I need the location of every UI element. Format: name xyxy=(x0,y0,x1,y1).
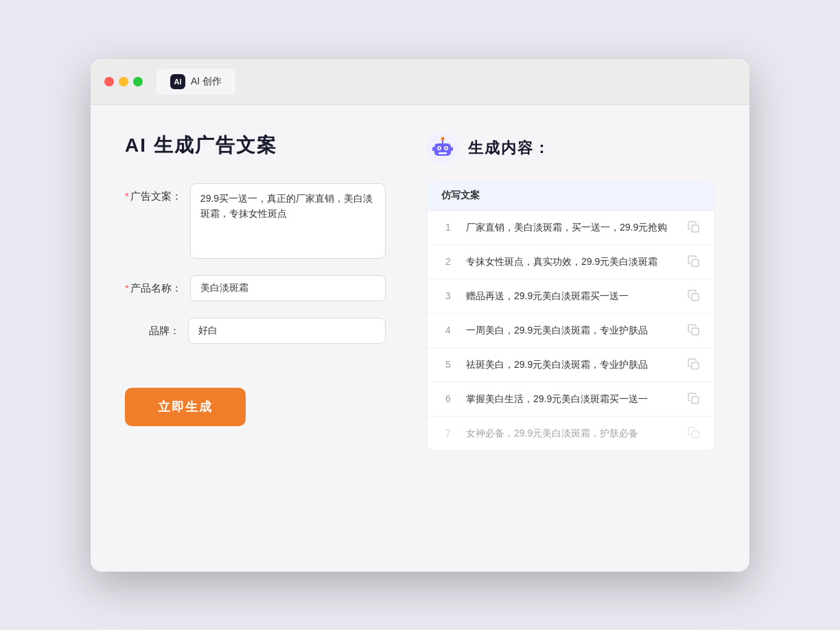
brand-label: 品牌： xyxy=(125,318,180,338)
svg-point-4 xyxy=(439,147,441,149)
required-star-ad: * xyxy=(125,190,129,202)
product-name-label: *产品名称： xyxy=(125,275,182,295)
row-text-1: 厂家直销，美白淡斑霜，买一送一，29.9元抢购 xyxy=(466,220,676,235)
row-text-5: 祛斑美白，29.9元美白淡斑霜，专业护肤品 xyxy=(466,358,676,372)
brand-input[interactable]: 好白 xyxy=(188,318,386,344)
ad-copy-label: *广告文案： xyxy=(125,183,182,203)
traffic-lights xyxy=(104,77,143,86)
page-title: AI 生成广告文案 xyxy=(125,132,386,159)
result-row-4: 4 一周美白，29.9元美白淡斑霜，专业护肤品 xyxy=(428,314,714,348)
left-panel: AI 生成广告文案 *广告文案： 29.9买一送一，真正的厂家直销，美白淡斑霜，… xyxy=(125,132,386,544)
copy-icon-4[interactable] xyxy=(687,323,701,337)
row-number-3: 3 xyxy=(441,290,455,301)
svg-rect-10 xyxy=(451,147,453,151)
traffic-light-red[interactable] xyxy=(104,77,114,86)
row-text-3: 赠品再送，29.9元美白淡斑霜买一送一 xyxy=(466,289,676,303)
robot-icon xyxy=(427,132,458,164)
svg-rect-12 xyxy=(692,259,699,266)
svg-rect-14 xyxy=(692,328,699,335)
svg-rect-16 xyxy=(692,397,699,404)
result-row-2: 2 专抹女性斑点，真实功效，29.9元美白淡斑霜 xyxy=(428,245,714,279)
row-number-2: 2 xyxy=(441,256,455,267)
svg-rect-13 xyxy=(692,294,699,301)
required-star-product: * xyxy=(125,282,129,294)
copy-icon-3[interactable] xyxy=(687,289,701,303)
product-name-input[interactable]: 美白淡斑霜 xyxy=(190,275,386,301)
svg-point-5 xyxy=(445,147,447,149)
ad-copy-input[interactable]: 29.9买一送一，真正的厂家直销，美白淡斑霜，专抹女性斑点 xyxy=(190,183,386,259)
ad-copy-field-group: *广告文案： 29.9买一送一，真正的厂家直销，美白淡斑霜，专抹女性斑点 xyxy=(125,183,386,259)
ai-tab-icon: AI xyxy=(170,74,185,89)
tab-label: AI 创作 xyxy=(191,75,222,88)
traffic-light-yellow[interactable] xyxy=(119,77,128,86)
result-row-3: 3 赠品再送，29.9元美白淡斑霜买一送一 xyxy=(428,279,714,314)
result-row-7: 7 女神必备，29.9元美白淡斑霜，护肤必备 xyxy=(428,417,714,450)
copy-icon-6[interactable] xyxy=(687,392,701,406)
svg-rect-17 xyxy=(692,431,699,438)
results-table: 仿写文案 1 厂家直销，美白淡斑霜，买一送一，29.9元抢购 2 专抹女性斑点，… xyxy=(427,180,715,451)
svg-rect-8 xyxy=(439,152,447,154)
copy-icon-2[interactable] xyxy=(687,255,701,268)
svg-rect-15 xyxy=(692,362,699,369)
svg-rect-9 xyxy=(432,147,434,151)
copy-icon-1[interactable] xyxy=(687,220,701,234)
row-number-6: 6 xyxy=(441,393,455,404)
result-row-5: 5 祛斑美白，29.9元美白淡斑霜，专业护肤品 xyxy=(428,348,714,382)
copy-icon-7[interactable] xyxy=(687,426,701,440)
row-text-6: 掌握美白生活，29.9元美白淡斑霜买一送一 xyxy=(466,392,676,406)
row-number-7: 7 xyxy=(441,428,455,439)
result-row-6: 6 掌握美白生活，29.9元美白淡斑霜买一送一 xyxy=(428,382,714,417)
svg-point-7 xyxy=(441,137,445,140)
row-number-5: 5 xyxy=(441,359,455,370)
right-panel-title: 生成内容： xyxy=(468,138,550,159)
result-row-1: 1 厂家直销，美白淡斑霜，买一送一，29.9元抢购 xyxy=(428,211,714,245)
browser-titlebar: AI AI 创作 xyxy=(91,59,749,105)
right-panel: 生成内容： 仿写文案 1 厂家直销，美白淡斑霜，买一送一，29.9元抢购 2 专… xyxy=(427,132,715,544)
svg-rect-11 xyxy=(692,225,699,232)
table-header: 仿写文案 xyxy=(428,181,714,211)
brand-field-group: 品牌： 好白 xyxy=(125,318,386,344)
traffic-light-green[interactable] xyxy=(133,77,143,86)
product-name-field-group: *产品名称： 美白淡斑霜 xyxy=(125,275,386,301)
browser-content: AI 生成广告文案 *广告文案： 29.9买一送一，真正的厂家直销，美白淡斑霜，… xyxy=(91,105,749,572)
copy-icon-5[interactable] xyxy=(687,358,701,371)
browser-tab[interactable]: AI AI 创作 xyxy=(156,69,235,95)
right-header: 生成内容： xyxy=(427,132,715,164)
row-number-1: 1 xyxy=(441,222,455,233)
row-text-2: 专抹女性斑点，真实功效，29.9元美白淡斑霜 xyxy=(466,255,676,269)
generate-button[interactable]: 立即生成 xyxy=(125,388,246,426)
row-text-7: 女神必备，29.9元美白淡斑霜，护肤必备 xyxy=(466,426,676,441)
row-text-4: 一周美白，29.9元美白淡斑霜，专业护肤品 xyxy=(466,323,676,338)
browser-window: AI AI 创作 AI 生成广告文案 *广告文案： 29.9买一送一，真正的厂家… xyxy=(91,59,749,572)
row-number-4: 4 xyxy=(441,325,455,336)
